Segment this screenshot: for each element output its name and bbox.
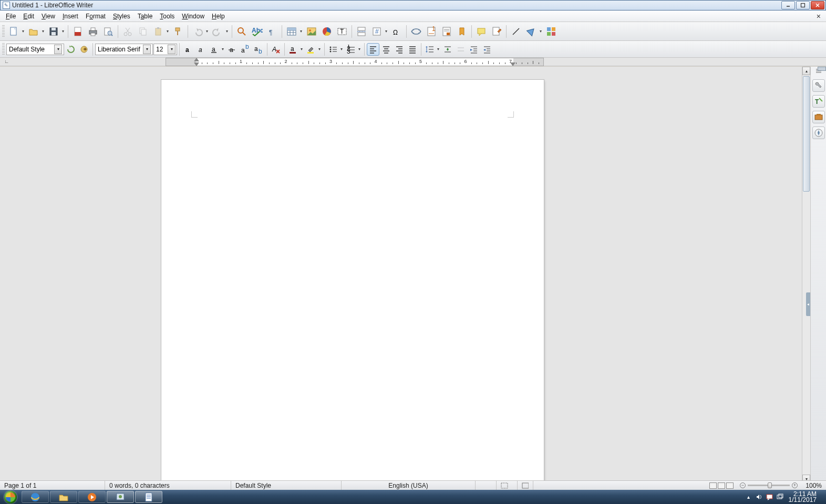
single-page-icon[interactable] — [709, 482, 717, 489]
properties-panel-button[interactable] — [812, 79, 825, 92]
status-wordcount[interactable]: 0 words, 0 characters — [105, 481, 231, 490]
book-view-icon[interactable] — [726, 482, 734, 489]
basic-shapes-button[interactable] — [524, 24, 539, 39]
open-button[interactable] — [26, 24, 41, 39]
hyperlink-button[interactable] — [409, 24, 424, 39]
bold-button[interactable]: a — [182, 43, 194, 56]
save-button[interactable] — [46, 24, 61, 39]
font-size-combo[interactable]: ▾ — [153, 44, 177, 55]
paste-dropdown[interactable]: ▾ — [165, 24, 170, 39]
strikethrough-button[interactable]: a — [226, 43, 239, 56]
insert-image-button[interactable] — [304, 24, 319, 39]
minimize-button[interactable] — [781, 1, 795, 9]
table-button[interactable] — [284, 24, 299, 39]
status-page[interactable]: Page 1 of 1 — [0, 481, 105, 490]
gallery-panel-button[interactable] — [812, 111, 825, 123]
footnote-button[interactable]: 1 — [424, 24, 439, 39]
tray-action-icon[interactable] — [766, 493, 774, 501]
dropdown-icon[interactable]: ▾ — [168, 45, 175, 54]
decrease-indent-button[interactable] — [481, 43, 493, 56]
table-dropdown[interactable]: ▾ — [298, 24, 304, 39]
multi-page-icon[interactable] — [718, 482, 725, 489]
dropdown-icon[interactable]: ▾ — [143, 45, 151, 54]
font-color-dropdown[interactable]: ▾ — [299, 42, 304, 57]
underline-dropdown[interactable]: ▾ — [220, 42, 225, 57]
menu-edit[interactable]: Edit — [19, 12, 38, 21]
start-button[interactable] — [0, 490, 21, 504]
menu-styles[interactable]: Styles — [109, 12, 134, 21]
split-handle[interactable] — [818, 67, 826, 71]
underline-button[interactable]: a — [208, 43, 221, 56]
spellcheck-button[interactable]: Abc — [250, 24, 264, 39]
italic-button[interactable]: a — [195, 43, 208, 56]
export-pdf-button[interactable] — [70, 24, 85, 39]
undo-button[interactable] — [190, 24, 205, 39]
menu-view[interactable]: View — [38, 12, 59, 21]
find-replace-button[interactable] — [234, 24, 249, 39]
clear-format-button[interactable]: A — [270, 43, 282, 56]
special-char-button[interactable]: Ω — [389, 24, 404, 39]
close-doc-button[interactable]: × — [813, 12, 824, 20]
menu-help[interactable]: Help — [208, 12, 229, 21]
font-name-input[interactable] — [98, 45, 142, 54]
new-style-button[interactable]: ✦ — [78, 43, 90, 56]
page[interactable] — [161, 80, 544, 483]
page-break-button[interactable] — [354, 24, 369, 39]
insert-field-button[interactable]: # — [369, 24, 384, 39]
line-spacing-button[interactable] — [424, 43, 436, 56]
redo-dropdown[interactable]: ▾ — [224, 24, 230, 39]
zoom-slider[interactable]: − + — [737, 482, 801, 488]
endnote-button[interactable] — [439, 24, 454, 39]
bullet-list-button[interactable] — [327, 43, 339, 56]
align-right-button[interactable] — [393, 43, 406, 56]
menu-table[interactable]: Table — [134, 12, 157, 21]
track-changes-button[interactable] — [489, 24, 504, 39]
horizontal-ruler[interactable]: 1234567 — [166, 58, 544, 66]
spacing-dropdown[interactable]: ▾ — [436, 42, 441, 57]
justify-button[interactable] — [406, 43, 419, 56]
field-dropdown[interactable]: ▾ — [384, 24, 389, 39]
scroll-thumb[interactable] — [803, 76, 810, 192]
menu-tools[interactable]: Tools — [156, 12, 178, 21]
highlight-button[interactable] — [305, 43, 317, 56]
align-left-button[interactable] — [367, 43, 379, 56]
left-indent-marker[interactable] — [194, 62, 199, 66]
first-line-indent-marker[interactable] — [194, 58, 199, 61]
font-color-button[interactable]: a — [287, 43, 300, 56]
menu-format[interactable]: Format — [82, 12, 109, 21]
taskbar-writer[interactable] — [135, 491, 162, 503]
dropdown-icon[interactable]: ▾ — [54, 45, 62, 54]
undo-dropdown[interactable]: ▾ — [204, 24, 210, 39]
tray-volume-icon[interactable] — [755, 493, 763, 501]
zoom-in-button[interactable]: + — [792, 482, 798, 488]
formatting-marks-button[interactable]: ¶ — [265, 24, 280, 39]
menu-insert[interactable]: Insert — [59, 12, 82, 21]
decrease-spacing-button[interactable] — [455, 43, 467, 56]
subscript-button[interactable]: ab — [252, 43, 265, 56]
zoom-knob[interactable] — [768, 482, 772, 488]
status-selection-mode[interactable] — [497, 481, 518, 490]
status-style[interactable]: Default Style — [231, 481, 342, 490]
styles-panel-button[interactable]: T — [812, 95, 825, 108]
increase-indent-button[interactable] — [468, 43, 480, 56]
superscript-button[interactable]: ab — [239, 43, 252, 56]
print-button[interactable] — [86, 24, 100, 39]
zoom-out-button[interactable]: − — [740, 482, 746, 488]
maximize-button[interactable] — [796, 1, 810, 9]
draw-functions-button[interactable] — [544, 24, 559, 39]
insert-textbox-button[interactable]: T — [335, 24, 349, 39]
highlight-dropdown[interactable]: ▾ — [317, 42, 322, 57]
vertical-scrollbar[interactable]: ▴ ▾ — [802, 67, 810, 483]
align-center-button[interactable] — [380, 43, 393, 56]
status-insert-mode[interactable] — [476, 481, 497, 490]
taskbar-explorer[interactable] — [50, 491, 77, 503]
cut-button[interactable] — [120, 24, 135, 39]
bookmark-button[interactable] — [455, 24, 469, 39]
line-button[interactable] — [509, 24, 523, 39]
new-button[interactable] — [6, 24, 21, 39]
print-preview-button[interactable] — [101, 24, 116, 39]
document-canvas[interactable] — [0, 67, 802, 483]
font-name-combo[interactable]: ▾ — [95, 44, 153, 55]
status-language[interactable]: English (USA) — [342, 481, 476, 490]
redo-button[interactable] — [210, 24, 225, 39]
